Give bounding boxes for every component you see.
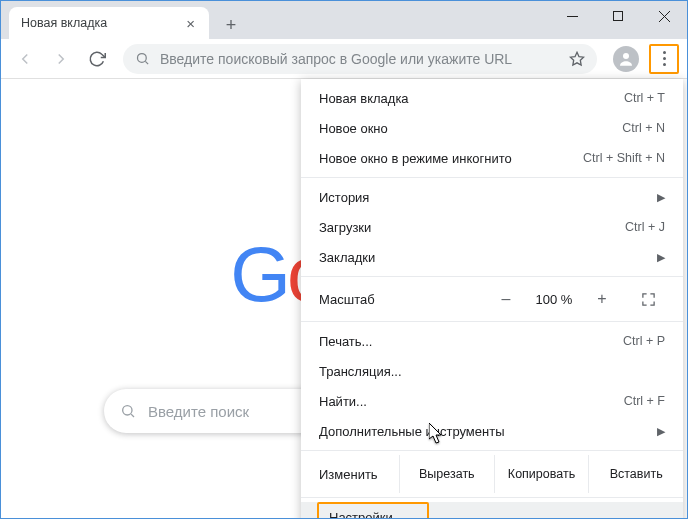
svg-point-8 [123,406,132,415]
window-titlebar: Новая вкладка × + [1,1,687,39]
menu-item-bookmarks[interactable]: Закладки ▶ [301,242,683,272]
window-controls [549,1,687,31]
menu-separator [301,497,683,498]
menu-separator [301,276,683,277]
forward-button[interactable] [45,43,77,75]
menu-item-downloads[interactable]: Загрузки Ctrl + J [301,212,683,242]
back-button[interactable] [9,43,41,75]
chevron-right-icon: ▶ [657,191,665,204]
svg-point-4 [138,54,147,63]
svg-rect-1 [614,12,623,21]
menu-item-find[interactable]: Найти... Ctrl + F [301,386,683,416]
profile-avatar[interactable] [613,46,639,72]
menu-item-zoom: Масштаб – 100 % + [301,281,683,317]
tab-title: Новая вкладка [21,16,182,30]
menu-separator [301,177,683,178]
address-bar-placeholder: Введите поисковый запрос в Google или ук… [160,51,559,67]
settings-highlight: Настройки [317,502,429,519]
menu-item-settings[interactable]: Настройки [301,502,683,519]
svg-marker-6 [570,52,583,65]
zoom-value: 100 % [525,292,583,307]
menu-item-edit: Изменить Вырезать Копировать Вставить [301,455,683,493]
menu-item-history[interactable]: История ▶ [301,182,683,212]
svg-line-5 [145,61,148,64]
tab-strip: Новая вкладка × + [1,1,549,39]
chevron-right-icon: ▶ [657,425,665,438]
maximize-button[interactable] [595,1,641,31]
svg-line-9 [131,414,134,417]
menu-item-cast[interactable]: Трансляция... [301,356,683,386]
menu-separator [301,321,683,322]
close-window-button[interactable] [641,1,687,31]
bookmark-star-icon[interactable] [569,51,585,67]
search-placeholder: Введите поиск [148,403,249,420]
menu-separator [301,450,683,451]
edit-paste-button[interactable]: Вставить [588,455,683,493]
minimize-button[interactable] [549,1,595,31]
menu-item-print[interactable]: Печать... Ctrl + P [301,326,683,356]
fullscreen-button[interactable] [631,292,665,307]
zoom-out-button[interactable]: – [487,286,525,312]
browser-tab[interactable]: Новая вкладка × [9,7,209,39]
main-menu-button[interactable] [663,51,666,66]
menu-item-new-tab[interactable]: Новая вкладка Ctrl + T [301,83,683,113]
mouse-cursor-icon [429,423,445,449]
svg-point-7 [623,53,629,59]
edit-copy-button[interactable]: Копировать [494,455,589,493]
edit-cut-button[interactable]: Вырезать [399,455,494,493]
search-icon [135,51,150,66]
menu-item-new-window[interactable]: Новое окно Ctrl + N [301,113,683,143]
new-tab-button[interactable]: + [217,11,245,39]
search-icon [120,403,136,419]
main-menu-highlight [649,44,679,74]
main-menu-dropdown: Новая вкладка Ctrl + T Новое окно Ctrl +… [301,79,683,519]
zoom-in-button[interactable]: + [583,286,621,312]
address-bar[interactable]: Введите поисковый запрос в Google или ук… [123,44,597,74]
menu-item-more-tools[interactable]: Дополнительные инструменты ▶ [301,416,683,446]
browser-toolbar: Введите поисковый запрос в Google или ук… [1,39,687,79]
chevron-right-icon: ▶ [657,251,665,264]
menu-item-incognito[interactable]: Новое окно в режиме инкогнито Ctrl + Shi… [301,143,683,173]
reload-button[interactable] [81,43,113,75]
close-tab-icon[interactable]: × [182,15,199,32]
